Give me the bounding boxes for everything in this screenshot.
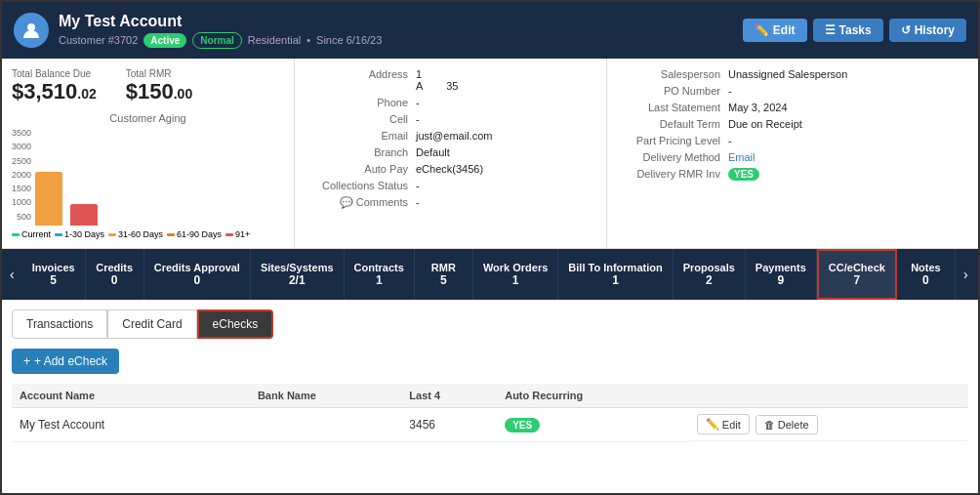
default-term-row: Default Term Due on Receipt — [621, 118, 964, 130]
echecks-table: Account Name Bank Name Last 4 Auto Recur… — [12, 384, 968, 442]
plus-icon: + — [23, 354, 30, 368]
last-statement-label: Last Statement — [621, 102, 728, 113]
row-edit-button[interactable]: ✏️ Edit — [697, 414, 750, 434]
row-last4: 3456 — [401, 408, 497, 442]
row-actions: ✏️ Edit 🗑 Delete — [689, 408, 968, 441]
table-header: Account Name Bank Name Last 4 Auto Recur… — [12, 384, 968, 408]
cell-label: Cell — [308, 113, 416, 125]
last-statement-row: Last Statement May 3, 2024 — [621, 102, 964, 113]
tasks-icon: ☰ — [825, 23, 836, 37]
legend-dot-31-60 — [108, 233, 116, 236]
collections-label: Collections Status — [308, 180, 416, 191]
tab-work-orders[interactable]: Work Orders 1 — [473, 249, 558, 300]
total-balance-label: Total Balance Due — [12, 68, 97, 79]
tab-contracts[interactable]: Contracts 1 — [345, 249, 415, 300]
legend-91plus: 91+ — [225, 229, 250, 239]
legend-1-30: 1-30 Days — [55, 229, 104, 239]
nav-arrow-left[interactable]: ‹ — [2, 249, 22, 300]
trash-icon: 🗑 — [764, 419, 775, 431]
col-spacer — [218, 384, 250, 408]
tab-cc-echeck[interactable]: CC/eCheck 7 — [817, 249, 897, 300]
customer-number: Customer #3702 — [59, 34, 138, 46]
email-value: just@email.com — [416, 130, 592, 142]
legend-dot-61-90 — [167, 233, 175, 236]
tab-sites-systems[interactable]: Sites/Systems 2/1 — [251, 249, 345, 300]
collections-row: Collections Status - — [308, 180, 592, 191]
tab-credits-approval[interactable]: Credits Approval 0 — [144, 249, 251, 300]
row-spacer — [218, 408, 250, 442]
tab-credits[interactable]: Credits 0 — [86, 249, 144, 300]
content-area: Transactions Credit Card eChecks + + Add… — [2, 300, 978, 493]
legend-dot-current — [12, 233, 20, 236]
col-bank-name: Bank Name — [250, 384, 401, 408]
phone-value: - — [416, 97, 592, 108]
left-panel: Total Balance Due $3,510.02 Total RMR $1… — [2, 59, 295, 248]
sub-tab-transactions[interactable]: Transactions — [12, 309, 107, 339]
tab-invoices[interactable]: Invoices 5 — [22, 249, 86, 300]
comments-value: - — [416, 196, 592, 208]
email-label: Email — [308, 130, 416, 142]
tab-payments[interactable]: Payments 9 — [746, 249, 817, 300]
chart-legend: Current 1-30 Days 31-60 Days 61-90 Days … — [12, 229, 284, 239]
legend-dot-91plus — [225, 233, 233, 236]
row-auto-recurring: YES — [497, 408, 689, 442]
tab-notes[interactable]: Notes 0 — [897, 249, 956, 300]
page-wrapper: My Test Account Customer #3702 Active No… — [0, 0, 980, 495]
total-rmr: Total RMR $150.00 — [126, 68, 192, 104]
delivery-rmr-toggle[interactable]: YES — [728, 168, 759, 181]
since-date: Since 6/16/23 — [316, 34, 382, 46]
delivery-rmr-value: YES — [728, 168, 964, 181]
pencil-icon: ✏️ — [755, 23, 769, 37]
branch-label: Branch — [308, 146, 416, 158]
branch-row: Branch Default — [308, 146, 592, 158]
tasks-button[interactable]: ☰ Tasks — [813, 19, 883, 42]
header: My Test Account Customer #3702 Active No… — [2, 2, 978, 59]
chart-container: 3500 3000 2500 2000 1500 1000 500 — [12, 128, 284, 226]
last-statement-value: May 3, 2024 — [728, 102, 964, 113]
legend-current: Current — [12, 229, 51, 239]
nav-arrow-right[interactable]: › — [956, 249, 976, 300]
row-delete-button[interactable]: 🗑 Delete — [755, 415, 818, 434]
col-actions — [689, 384, 968, 408]
account-name: My Test Account — [59, 13, 382, 30]
branch-value: Default — [416, 146, 592, 158]
sub-tab-credit-card[interactable]: Credit Card — [107, 309, 196, 339]
account-meta: Customer #3702 Active Normal Residential… — [59, 32, 382, 49]
po-number-label: PO Number — [621, 85, 728, 97]
po-number-value: - — [728, 85, 964, 97]
delivery-method-label: Delivery Method — [621, 151, 728, 163]
badge-active: Active — [143, 33, 186, 48]
address-label: Address — [308, 68, 416, 80]
address-value: 1A 35 — [416, 68, 592, 92]
row-account-name: My Test Account — [12, 408, 218, 442]
sub-tabs: Transactions Credit Card eChecks — [12, 309, 968, 339]
pencil-icon-sm: ✏️ — [706, 418, 719, 431]
col-account-name: Account Name — [12, 384, 218, 408]
part-pricing-row: Part Pricing Level - — [621, 135, 964, 146]
avatar — [14, 13, 49, 48]
part-pricing-label: Part Pricing Level — [621, 135, 728, 146]
bar-orange — [35, 172, 62, 226]
auto-recurring-toggle[interactable]: YES — [505, 418, 540, 433]
add-echeck-button[interactable]: + + Add eCheck — [12, 349, 119, 374]
header-right: ✏️ Edit ☰ Tasks ↺ History — [743, 19, 966, 42]
sub-tab-echecks[interactable]: eChecks — [197, 309, 274, 339]
salesperson-row: Salesperson Unassigned Salesperson — [621, 68, 964, 80]
tab-proposals[interactable]: Proposals 2 — [674, 249, 746, 300]
edit-button[interactable]: ✏️ Edit — [743, 19, 807, 42]
autopay-row: Auto Pay eCheck(3456) — [308, 163, 592, 175]
tab-rmr[interactable]: RMR 5 — [415, 249, 473, 300]
collections-value: - — [416, 180, 592, 191]
right-panel: Salesperson Unassigned Salesperson PO Nu… — [607, 59, 978, 248]
header-left: My Test Account Customer #3702 Active No… — [14, 13, 382, 49]
table-row: My Test Account 3456 YES ✏️ Edit 🗑 — [12, 408, 968, 442]
address-row: Address 1A 35 — [308, 68, 592, 92]
salesperson-value: Unassigned Salesperson — [728, 68, 964, 80]
nav-tabs: ‹ Invoices 5 Credits 0 Credits Approval … — [2, 249, 978, 300]
history-button[interactable]: ↺ History — [889, 19, 966, 42]
col-auto-recurring: Auto Recurring — [497, 384, 689, 408]
autopay-label: Auto Pay — [308, 163, 416, 175]
tab-bill-to-information[interactable]: Bill To Information 1 — [558, 249, 673, 300]
account-type: Residential — [248, 34, 301, 46]
cell-row: Cell - — [308, 113, 592, 125]
